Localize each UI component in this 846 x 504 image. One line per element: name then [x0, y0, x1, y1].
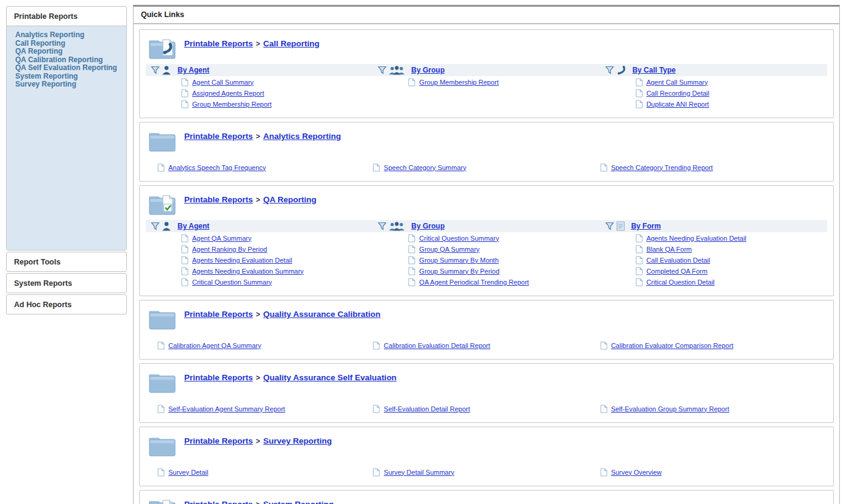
column-header-link[interactable]: By Agent: [177, 66, 209, 74]
report-link[interactable]: Agents Needing Evaluation Summary: [192, 268, 304, 275]
report-link[interactable]: Critical Question Detail: [647, 279, 715, 286]
report-link-item: Agents Needing Evaluation Detail: [181, 255, 373, 264]
report-link[interactable]: Speech Category Summary: [384, 164, 466, 171]
page-icon: [373, 405, 380, 413]
sidebar-item-3[interactable]: QA Calibration Reporting: [15, 56, 123, 65]
report-link[interactable]: Agent Call Summary: [192, 79, 254, 86]
report-link[interactable]: Critical Question Summary: [419, 235, 499, 242]
breadcrumb-section-link[interactable]: System Reporting: [263, 500, 334, 504]
column-header-link[interactable]: By Agent: [177, 222, 209, 230]
page-icon: [157, 405, 165, 413]
report-link[interactable]: Calibration Evaluation Detail Report: [384, 342, 490, 349]
page-icon: [636, 100, 643, 108]
page-icon: [408, 234, 415, 243]
breadcrumb-section-link[interactable]: Call Reporting: [263, 39, 320, 48]
report-link[interactable]: QA Agent Periodical Trending Report: [419, 279, 529, 286]
breadcrumb-section-link[interactable]: Analytics Reporting: [263, 132, 342, 141]
page-icon: [600, 405, 608, 413]
report-link-item: Group Membership Report: [408, 77, 600, 87]
flat-link-row: Calibration Agent QA SummaryCalibration …: [146, 341, 827, 352]
report-link[interactable]: Agent Call Summary: [647, 79, 708, 86]
column-body-row: Agent Call SummaryAssigned Agents Report…: [146, 77, 827, 113]
column-link-list: Critical Question SummaryGroup QA Summar…: [373, 233, 600, 288]
page-icon: [373, 341, 380, 350]
report-link[interactable]: Blank QA Form: [647, 246, 692, 253]
report-link[interactable]: Group Membership Report: [419, 79, 498, 86]
report-link-item: Agent Call Summary: [636, 77, 827, 87]
sidebar-printable-reports-list: Analytics ReportingCall ReportingQA Repo…: [7, 26, 126, 250]
report-link-item: Agent Ranking By Period: [181, 244, 373, 254]
report-link[interactable]: Self-Evaluation Detail Report: [384, 405, 470, 413]
filter-icon: [378, 222, 387, 230]
report-link[interactable]: Group Summary By Month: [419, 257, 498, 264]
report-link[interactable]: Assigned Agents Report: [192, 90, 264, 97]
report-link[interactable]: Agent Ranking By Period: [192, 246, 267, 253]
sidebar-item-6[interactable]: Survey Reporting: [15, 80, 123, 89]
sidebar-item-5[interactable]: System Reporting: [15, 73, 123, 81]
report-link[interactable]: Agent QA Summary: [192, 235, 251, 242]
report-link[interactable]: Call Recording Detail: [647, 90, 709, 97]
report-link-item: Calibration Evaluation Detail Report: [373, 341, 600, 350]
quick-links-title: Quick Links: [133, 5, 840, 24]
report-link[interactable]: Duplicate ANI Report: [647, 101, 709, 108]
report-link[interactable]: Survey Overview: [611, 469, 662, 476]
report-link[interactable]: Completed QA Form: [647, 268, 708, 275]
filter-icon: [378, 66, 387, 74]
report-link[interactable]: Calibration Evaluator Comparison Report: [611, 342, 734, 349]
breadcrumb-root-link[interactable]: Printable Reports: [184, 39, 253, 48]
report-link[interactable]: Call Evaluation Detail: [647, 257, 711, 264]
sidebar-item-4[interactable]: QA Self Evaluation Reporting: [15, 64, 123, 73]
filter-group-icon: [389, 221, 405, 231]
breadcrumb-root-link[interactable]: Printable Reports: [184, 373, 253, 382]
report-link[interactable]: Agents Needing Evaluation Detail: [647, 235, 747, 242]
report-link[interactable]: Survey Detail: [168, 469, 208, 476]
report-link-item: Group Summary By Period: [408, 266, 600, 275]
report-link[interactable]: Group Membership Report: [192, 101, 271, 108]
report-link[interactable]: Group QA Summary: [419, 246, 479, 253]
breadcrumb-root-link[interactable]: Printable Reports: [184, 500, 253, 504]
breadcrumb-separator: >: [256, 132, 260, 141]
panels: Printable Reports>Call ReportingBy Agent…: [133, 24, 840, 504]
sidebar-item-1[interactable]: Call Reporting: [15, 40, 123, 48]
sidebar-accordion-header-0[interactable]: Report Tools: [7, 252, 126, 271]
breadcrumb-root-link[interactable]: Printable Reports: [184, 132, 253, 141]
flat-link-cell: Calibration Agent QA Summary: [146, 341, 373, 352]
report-link[interactable]: Analytics Speech Tag Frequency: [168, 164, 266, 171]
report-link[interactable]: Speech Category Trending Report: [611, 164, 713, 171]
breadcrumb-section-link[interactable]: Quality Assurance Self Evaluation: [263, 373, 397, 382]
column-header-link[interactable]: By Group: [411, 66, 445, 74]
report-link[interactable]: Self-Evaluation Agent Summary Report: [168, 405, 285, 413]
column-header-link[interactable]: By Form: [631, 222, 661, 230]
column-header-link[interactable]: By Group: [411, 222, 445, 230]
breadcrumb-section-link[interactable]: Survey Reporting: [263, 436, 332, 445]
flat-link-cell: Calibration Evaluator Comparison Report: [600, 341, 827, 352]
report-link[interactable]: Agents Needing Evaluation Detail: [192, 257, 292, 264]
sidebar-accordion-header-1[interactable]: System Reports: [7, 274, 126, 293]
page-icon: [408, 245, 415, 254]
sidebar-item-0[interactable]: Analytics Reporting: [15, 31, 123, 40]
report-link[interactable]: Critical Question Summary: [192, 279, 272, 286]
report-link-item: Agents Needing Evaluation Summary: [181, 266, 373, 275]
report-section: Printable Reports>QA ReportingBy AgentBy…: [139, 185, 834, 296]
section-header: Printable Reports>QA Reporting: [146, 190, 827, 218]
breadcrumb-section-link[interactable]: QA Reporting: [263, 195, 317, 204]
breadcrumb: Printable Reports>Analytics Reporting: [184, 129, 341, 141]
column-header-link[interactable]: By Call Type: [633, 66, 676, 74]
breadcrumb-root-link[interactable]: Printable Reports: [184, 310, 253, 319]
breadcrumb-root-link[interactable]: Printable Reports: [184, 195, 253, 204]
report-link[interactable]: Self-Evaluation Group Summary Report: [611, 405, 729, 413]
report-link[interactable]: Calibration Agent QA Summary: [168, 342, 261, 349]
flat-link-row: Analytics Speech Tag FrequencySpeech Cat…: [146, 163, 827, 174]
flat-link-cell: Self-Evaluation Detail Report: [373, 404, 600, 415]
report-section: Printable Reports>Call ReportingBy Agent…: [139, 29, 834, 118]
column-header: By Group: [373, 221, 600, 231]
column-header: By Agent: [146, 221, 373, 231]
breadcrumb-section-link[interactable]: Quality Assurance Calibration: [263, 310, 381, 319]
folder-icon: [148, 370, 176, 394]
report-link[interactable]: Survey Detail Summary: [384, 469, 454, 476]
sidebar-item-2[interactable]: QA Reporting: [15, 48, 123, 56]
breadcrumb-root-link[interactable]: Printable Reports: [184, 436, 253, 445]
report-link[interactable]: Group Summary By Period: [419, 268, 499, 275]
sidebar-header-printable-reports[interactable]: Printable Reports: [7, 7, 126, 26]
sidebar-accordion-header-2[interactable]: Ad Hoc Reports: [7, 295, 126, 314]
